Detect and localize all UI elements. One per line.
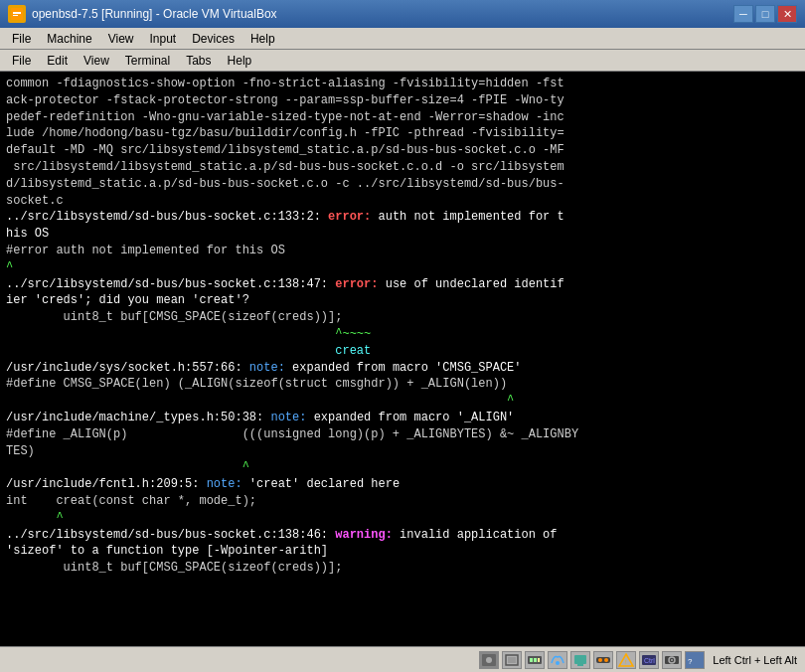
svg-point-23 (671, 659, 673, 661)
titlebar-controls: ─ □ ✕ (733, 5, 797, 23)
status-icon-4 (548, 651, 567, 669)
terminal-line: #define _ALIGN(p) (((unsigned long)(p) +… (6, 426, 799, 443)
terminal-line: ^ (6, 393, 799, 410)
term-menu-tabs[interactable]: Tabs (178, 52, 219, 70)
status-icon-10: ? (685, 651, 705, 669)
terminal-line: his OS (6, 226, 799, 243)
terminal-line: 'sizeof' to a function type [-Wpointer-a… (6, 543, 799, 560)
minimize-button[interactable]: ─ (733, 5, 753, 23)
terminal-line: creat (6, 343, 799, 360)
svg-rect-13 (577, 664, 583, 666)
statusbar: ! Ctrl ? Left Ctrl + Left Alt (0, 646, 805, 672)
terminal-line: /usr/include/fcntl.h:209:5: note: 'creat… (6, 476, 799, 493)
terminal-line: common -fdiagnostics-show-option -fno-st… (6, 76, 799, 92)
titlebar: openbsd-7.5 [Running] - Oracle VM Virtua… (0, 0, 805, 28)
status-icon-1 (479, 651, 499, 669)
terminal-line: /usr/include/sys/socket.h:557:66: note: … (6, 360, 799, 377)
svg-point-15 (598, 658, 602, 662)
terminal-line: #error auth not implemented for this OS (6, 243, 799, 259)
terminal-menubar: File Edit View Terminal Tabs Help (0, 50, 805, 72)
svg-rect-10 (538, 658, 540, 662)
menu-view[interactable]: View (100, 30, 142, 48)
menu-machine[interactable]: Machine (39, 30, 99, 48)
svg-rect-6 (508, 657, 516, 663)
terminal-line: ../src/libsystemd/sd-bus/bus-socket.c:13… (6, 276, 799, 293)
svg-point-11 (556, 661, 560, 665)
menu-help[interactable]: Help (242, 30, 283, 48)
svg-text:!: ! (625, 659, 627, 665)
app-icon (8, 5, 26, 23)
terminal-line: ^ (6, 510, 799, 527)
terminal-line: d/libsystemd_static.a.p/sd-bus-bus-socke… (6, 176, 799, 193)
terminal-line: int creat(const char *, mode_t); (6, 493, 799, 510)
terminal-line: default -MD -MQ src/libsystemd/libsystem… (6, 142, 799, 159)
svg-point-16 (604, 658, 608, 662)
term-menu-view[interactable]: View (76, 52, 117, 70)
terminal-output: common -fdiagnostics-show-option -fno-st… (0, 72, 805, 646)
terminal-line: uint8_t buf[CMSG_SPACE(sizeof(creds))]; (6, 560, 799, 577)
menu-devices[interactable]: Devices (184, 30, 242, 48)
terminal-line: ^ (6, 459, 799, 476)
terminal-line: ../src/libsystemd/sd-bus/bus-socket.c:13… (6, 527, 799, 544)
status-icon-9 (662, 651, 682, 669)
hotkey-label: Left Ctrl + Left Alt (713, 654, 797, 666)
svg-rect-1 (13, 12, 21, 14)
term-menu-terminal[interactable]: Terminal (117, 52, 178, 70)
status-icon-3 (525, 651, 545, 669)
status-icon-5 (570, 651, 590, 669)
svg-rect-9 (534, 658, 537, 662)
terminal-line: ../src/libsystemd/sd-bus/bus-socket.c:13… (6, 209, 799, 226)
status-icons: ! Ctrl ? (479, 651, 705, 669)
restore-button[interactable]: □ (755, 5, 775, 23)
menu-input[interactable]: Input (142, 30, 185, 48)
svg-text:?: ? (688, 657, 693, 666)
terminal-line: lude /home/hodong/basu-tgz/basu/builddir… (6, 125, 799, 142)
terminal-line: ier 'creds'; did you mean 'creat'? (6, 292, 799, 309)
terminal-line: pedef-redefinition -Wno-gnu-variable-siz… (6, 109, 799, 126)
titlebar-title: openbsd-7.5 [Running] - Oracle VM Virtua… (32, 7, 277, 21)
titlebar-left: openbsd-7.5 [Running] - Oracle VM Virtua… (8, 5, 277, 23)
status-icon-7: ! (616, 651, 636, 669)
terminal-line: /usr/include/machine/_types.h:50:38: not… (6, 410, 799, 426)
term-menu-edit[interactable]: Edit (39, 52, 76, 70)
terminal-line: ^~~~~ (6, 326, 799, 343)
terminal-line: ack-protector -fstack-protector-strong -… (6, 92, 799, 109)
status-icon-2 (502, 651, 522, 669)
main-menubar: File Machine View Input Devices Help (0, 28, 805, 50)
terminal-line: ^ (6, 259, 799, 276)
status-icon-8: Ctrl (639, 651, 659, 669)
terminal-line: TES) (6, 443, 799, 460)
term-menu-help[interactable]: Help (220, 52, 260, 70)
terminal-line: src/libsystemd/libsystemd_static.a.p/sd-… (6, 159, 799, 176)
terminal-line: #define CMSG_SPACE(len) (_ALIGN(sizeof(s… (6, 376, 799, 393)
close-button[interactable]: ✕ (777, 5, 797, 23)
status-icon-6 (593, 651, 613, 669)
svg-point-4 (486, 657, 492, 663)
svg-text:Ctrl: Ctrl (644, 657, 655, 664)
svg-rect-12 (574, 655, 586, 664)
svg-rect-8 (530, 658, 533, 662)
terminal-line: uint8_t buf[CMSG_SPACE(sizeof(creds))]; (6, 309, 799, 326)
terminal-line: socket.c (6, 193, 799, 210)
menu-file[interactable]: File (4, 30, 39, 48)
svg-rect-2 (13, 15, 18, 16)
term-menu-file[interactable]: File (4, 52, 39, 70)
